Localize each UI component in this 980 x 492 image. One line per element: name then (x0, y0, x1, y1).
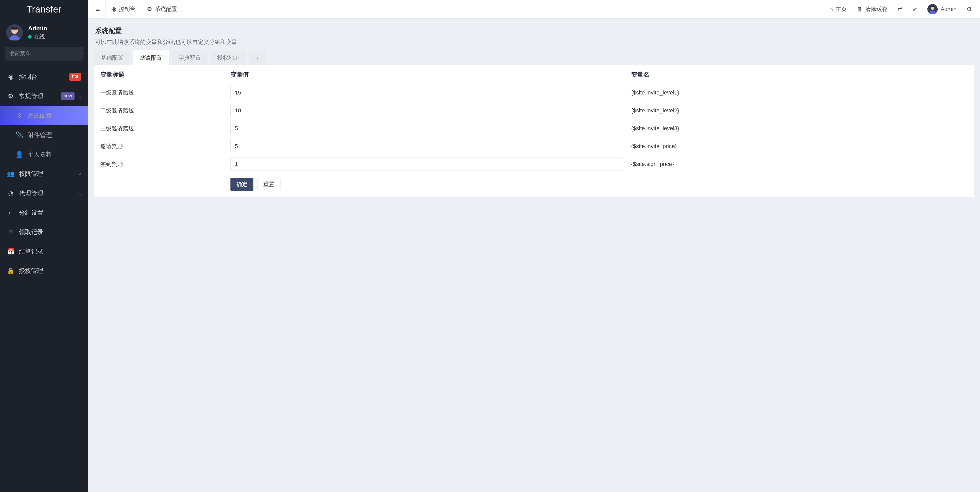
sidebar-item-label: 授权管理 (19, 267, 81, 275)
topbar-left: ≡ ◉控制台⚙系统配置 (91, 0, 183, 18)
col-name: 变量名 (631, 70, 968, 79)
sidebar-item-10[interactable]: 🔒授权管理 (0, 261, 88, 280)
config-tab-1[interactable]: 邀请配置 (133, 51, 169, 65)
page-subtitle: 可以在此增改系统的变量和分组,也可以自定义分组和变量 (95, 38, 973, 46)
clear-cache-button[interactable]: 🗑 清除缓存 (852, 0, 893, 18)
chevron-left-icon: ‹ (79, 94, 81, 99)
page-head: 系统配置 可以在此增改系统的变量和分组,也可以自定义分组和变量 (94, 25, 974, 51)
user-circle-icon: ◔ (7, 190, 14, 197)
row-value-input[interactable] (231, 122, 623, 135)
col-value: 变量值 (231, 70, 631, 79)
mini-avatar (928, 4, 938, 14)
sidebar-item-9[interactable]: 📅结算记录 (0, 242, 88, 261)
topbar-tabs: ◉控制台⚙系统配置 (105, 0, 183, 18)
main: ≡ ◉控制台⚙系统配置 ⌂ 主页 🗑 清除缓存 ⇄ ⤢ (88, 0, 980, 492)
row-variable-name: {$site.invite_level1} (631, 89, 968, 96)
row-value-cell (231, 104, 631, 117)
sidebar-item-label: 结算记录 (19, 247, 81, 256)
profile-block: Admin 在线 (0, 19, 88, 47)
sidebar-item-label: 控制台 (19, 73, 65, 81)
row-label: 签到奖励 (100, 157, 231, 171)
sliders-icon: ⚙ (967, 6, 972, 13)
row-label: 三级邀请赠送 (100, 121, 231, 135)
hamburger-button[interactable]: ≡ (91, 0, 104, 18)
gear-icon: ⚙ (16, 112, 23, 119)
row-variable-name: {$site.invite_price} (631, 143, 968, 150)
sidebar-item-6[interactable]: ◔代理管理‹ (0, 183, 88, 203)
clear-cache-label: 清除缓存 (865, 5, 888, 13)
sidebar-item-label: 分红设置 (19, 209, 81, 217)
sidebar-item-label: 代理管理 (19, 189, 75, 197)
profile-status: 在线 (28, 33, 47, 41)
row-label: 一级邀请赠送 (100, 86, 231, 100)
language-icon: ⇄ (898, 6, 902, 13)
plus-icon: ＋ (255, 55, 261, 61)
topbar-username: Admin (941, 6, 956, 13)
home-button[interactable]: ⌂ 主页 (824, 0, 852, 18)
sidebar-item-label: 系统配置 (27, 111, 81, 120)
sidebar-item-3[interactable]: 📎附件管理 (0, 125, 88, 145)
profile-status-text: 在线 (34, 33, 45, 41)
config-rows: 一级邀请赠送{$site.invite_level1}二级邀请赠送{$site.… (94, 84, 974, 173)
language-button[interactable]: ⇄ (893, 0, 907, 18)
sidebar-item-badge: new (61, 92, 75, 100)
config-tab-3[interactable]: 授权地址 (210, 51, 246, 65)
sidebar-search: 🔍 (5, 47, 83, 61)
settings-button[interactable]: ⚙ (962, 0, 977, 18)
sidebar-item-1[interactable]: ⚙常规管理new‹ (0, 86, 88, 106)
row-value-input[interactable] (231, 86, 623, 99)
submit-button[interactable]: 确定 (231, 178, 253, 191)
col-label: 变量标题 (100, 70, 231, 79)
sidebar-item-4[interactable]: 👤个人资料 (0, 145, 88, 164)
fullscreen-button[interactable]: ⤢ (907, 0, 922, 18)
topbar-user[interactable]: Admin (922, 0, 962, 18)
row-value-input[interactable] (231, 158, 623, 171)
svg-rect-5 (931, 6, 934, 7)
sidebar-item-8[interactable]: ≣领取记录 (0, 222, 88, 242)
config-tab-2[interactable]: 字典配置 (172, 51, 207, 65)
sidebar-item-label: 附件管理 (27, 131, 81, 139)
profile-info: Admin 在线 (28, 25, 47, 41)
table-row: 一级邀请赠送{$site.invite_level1} (94, 84, 974, 102)
cogs-icon: ⚙ (7, 93, 14, 100)
config-tab-add[interactable]: ＋ (249, 51, 266, 65)
paperclip-icon: 📎 (16, 132, 23, 139)
sidebar-item-label: 常规管理 (19, 92, 56, 100)
trash-icon: 🗑 (857, 6, 862, 13)
row-value-cell (231, 122, 631, 135)
table-row: 签到奖励{$site.sign_price} (94, 155, 974, 173)
reset-button[interactable]: 重置 (258, 178, 280, 191)
search-button[interactable]: 🔍 (83, 47, 83, 61)
topbar: ≡ ◉控制台⚙系统配置 ⌂ 主页 🗑 清除缓存 ⇄ ⤢ (88, 0, 980, 19)
sidebar-item-2[interactable]: ⚙系统配置 (0, 106, 88, 125)
chevron-left-icon: ‹ (79, 191, 81, 196)
row-value-cell (231, 140, 631, 153)
table-header: 变量标题 变量值 变量名 (94, 65, 974, 84)
topbar-tab-1[interactable]: ⚙系统配置 (141, 0, 183, 18)
config-tab-0[interactable]: 基础配置 (94, 51, 130, 65)
sidebar-item-0[interactable]: ◉控制台hot (0, 67, 88, 86)
hamburger-icon: ≡ (96, 5, 100, 13)
brand: Transfer (0, 0, 88, 19)
search-input[interactable] (5, 47, 83, 61)
topbar-tab-0[interactable]: ◉控制台 (105, 0, 141, 18)
topbar-right: ⌂ 主页 🗑 清除缓存 ⇄ ⤢ (824, 0, 977, 18)
mini-avatar-icon (928, 4, 938, 14)
topbar-tab-label: 系统配置 (155, 5, 177, 13)
form-actions: 确定 重置 (94, 173, 974, 191)
table-row: 三级邀请赠送{$site.invite_level3} (94, 119, 974, 137)
avatar (6, 24, 23, 41)
dashboard-icon: ◉ (111, 6, 116, 13)
table-row: 二级邀请赠送{$site.invite_level2} (94, 102, 974, 119)
sidebar-item-label: 个人资料 (27, 150, 81, 159)
users-icon: 👥 (7, 170, 14, 177)
sidebar-nav: ◉控制台hot⚙常规管理new‹⚙系统配置📎附件管理👤个人资料👥权限管理‹◔代理… (0, 65, 88, 492)
sidebar-item-7[interactable]: ○分红设置 (0, 203, 88, 222)
row-value-cell (231, 86, 631, 99)
row-value-input[interactable] (231, 104, 623, 117)
sidebar: Transfer Admin 在线 🔍 (0, 0, 88, 492)
sidebar-item-5[interactable]: 👥权限管理‹ (0, 164, 88, 183)
sidebar-item-label: 领取记录 (19, 228, 81, 236)
avatar-icon (6, 24, 23, 41)
row-value-input[interactable] (231, 140, 623, 153)
